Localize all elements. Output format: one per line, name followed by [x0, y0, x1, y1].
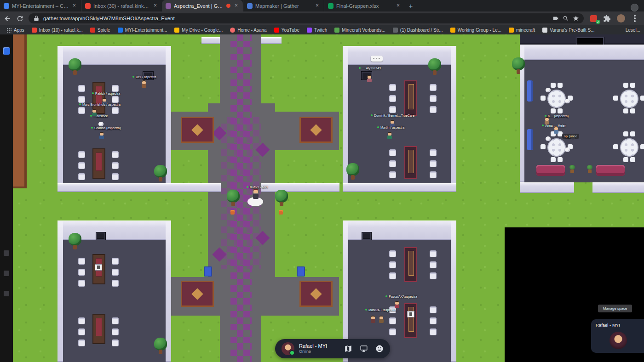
control-bar-avatar[interactable]: [282, 342, 294, 355]
close-tab-icon[interactable]: ×: [71, 3, 77, 9]
close-tab-icon[interactable]: ×: [395, 3, 401, 9]
gmail-icon: [32, 28, 37, 33]
bookmark-label: Inbox (10) - rafael.k...: [39, 28, 83, 33]
bookmark-item[interactable]: YouTube: [270, 28, 303, 33]
address-bar[interactable]: gather.town/app/nOSklyHW7M8mSHOI/Aspectr…: [29, 13, 584, 23]
bookmark-item[interactable]: MYI-Entertainment...: [114, 28, 171, 33]
player-name-label: ap_junee: [562, 134, 579, 139]
tab-mapmaker[interactable]: Mapmaker | Gather ×: [243, 0, 324, 11]
url-text: gather.town/app/nOSklyHW7M8mSHOI/Aspectr…: [43, 16, 549, 21]
player-avatar: [379, 316, 384, 323]
chair: [112, 96, 119, 103]
dock-icon[interactable]: [4, 271, 9, 276]
chair: [112, 339, 119, 346]
chair: [78, 328, 85, 335]
bookmark-label: Twitch: [314, 28, 327, 33]
flower-pot: [279, 210, 283, 215]
tree: [512, 57, 525, 74]
chair: [389, 250, 396, 257]
map-icon[interactable]: [344, 345, 352, 353]
self-video-panel[interactable]: Rafael - MYI: [591, 319, 644, 353]
close-tab-icon[interactable]: ×: [314, 3, 320, 9]
player-name-label: Shahab (aspectra): [91, 126, 121, 130]
tab-title: MYI-Entertainment – Calendar -: [12, 3, 69, 9]
refresh-icon[interactable]: [16, 15, 24, 23]
screenshare-icon[interactable]: [360, 345, 368, 353]
emoji-icon[interactable]: [375, 345, 384, 353]
bookmark-star-icon[interactable]: [573, 15, 579, 22]
sheep-avatar: [546, 136, 551, 141]
bookmark-label: Apps: [14, 28, 24, 33]
folder-icon: [90, 28, 95, 33]
camera-icon[interactable]: [552, 15, 559, 22]
chair: [430, 84, 437, 91]
chair: [78, 317, 85, 324]
bookmark-item[interactable]: Home - Asana: [226, 28, 270, 33]
chair: [430, 95, 437, 102]
bookmark-item[interactable]: Working Group - Le...: [447, 28, 505, 33]
bookmark-item[interactable]: Minecraft Verbands...: [331, 28, 389, 33]
menu-kebab-icon[interactable]: [634, 17, 636, 19]
tab-calendar[interactable]: MYI-Entertainment – Calendar - ×: [0, 0, 81, 11]
bookmark-item[interactable]: Varuna's Pre-Built S...: [539, 28, 598, 33]
manage-space-button[interactable]: Manage space: [598, 305, 632, 312]
bookmarks-overflow[interactable]: Lesel...: [626, 28, 641, 33]
apps-grid-icon: [6, 28, 12, 33]
bookmark-item[interactable]: minecraft: [505, 28, 539, 33]
tree: [346, 163, 360, 180]
room-wall: [58, 183, 171, 192]
extension-icon[interactable]: 2: [590, 15, 597, 22]
profile-avatar[interactable]: [617, 14, 625, 23]
bookmark-item-apps[interactable]: Apps: [3, 28, 28, 33]
round-table: [620, 138, 638, 157]
bookmark-item[interactable]: Twitch: [303, 28, 331, 33]
room-wall: [592, 182, 644, 193]
page-icon: [542, 28, 547, 33]
player-name-label: K… (aspectra): [545, 114, 569, 118]
tab-title: Mapmaker | Gather: [255, 3, 311, 9]
bookmark-label: Spiele: [98, 28, 110, 33]
extensions-puzzle-icon[interactable]: [603, 15, 611, 23]
close-tab-icon[interactable]: ×: [152, 3, 158, 9]
brown-wall-column: [13, 34, 27, 188]
minecraft-icon: [334, 28, 339, 33]
bookmark-item[interactable]: Inbox (10) - rafael.k...: [28, 28, 86, 33]
back-icon[interactable]: [4, 15, 12, 23]
bookmark-item[interactable]: Spiele: [86, 28, 114, 33]
chair: [112, 151, 119, 158]
game-canvas[interactable]: Ueli / aspectra Patrick / aspectra Marc …: [0, 34, 644, 362]
dock-app-icon[interactable]: [3, 47, 10, 55]
mapmaker-favicon: [247, 3, 253, 9]
tree: [154, 338, 167, 354]
round-table-group: [615, 133, 644, 162]
chair: [389, 84, 396, 91]
tabstrip-extra-button[interactable]: [631, 4, 638, 11]
gather-control-bar: Rafael - MYI Online: [275, 339, 390, 358]
dock-icon[interactable]: [4, 250, 9, 256]
control-bar-text: Rafael - MYI Online: [299, 343, 339, 354]
gmail-favicon: [85, 3, 91, 9]
bookmark-label: Minecraft Verbands...: [342, 28, 385, 33]
zoom-icon[interactable]: [563, 15, 569, 22]
bookmark-item[interactable]: (1) Dashboard / Str...: [389, 28, 447, 33]
chair: [430, 328, 437, 335]
speech-bubble: [371, 56, 383, 62]
chair: [112, 85, 119, 92]
round-table: [547, 90, 566, 108]
chair: [389, 317, 396, 324]
room-wall: [58, 46, 63, 192]
chair: [78, 280, 85, 287]
round-table-group: [615, 84, 644, 113]
dock-icon[interactable]: [4, 291, 9, 296]
tab-final-gruppen[interactable]: Final-Gruppen.xlsx ×: [324, 0, 405, 11]
chair: [78, 339, 85, 346]
tab-inbox[interactable]: Inbox (30) - rafael.kink@myi.ch ×: [81, 0, 162, 11]
portrait-frame: [407, 311, 414, 317]
bookmark-item[interactable]: My Drive - Google...: [171, 28, 226, 33]
close-tab-icon[interactable]: ×: [233, 3, 239, 9]
bookmark-label: minecraft: [516, 28, 535, 33]
new-tab-button[interactable]: +: [405, 0, 417, 11]
player-avatar-rafael: [253, 189, 259, 199]
tab-aspectra-event[interactable]: Aspectra_Event | Gather ×: [162, 0, 243, 11]
room-wall: [451, 46, 456, 192]
